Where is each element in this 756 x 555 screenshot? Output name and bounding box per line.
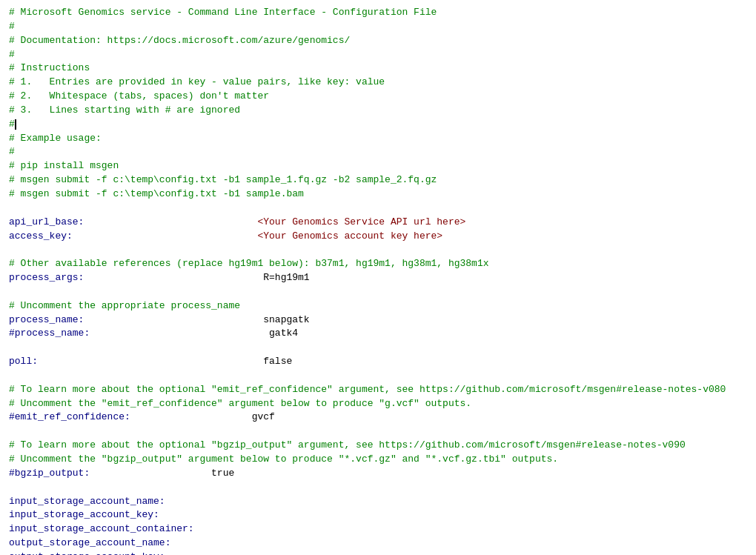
code-line: # Other available references (replace hg… — [9, 257, 747, 271]
code-line — [9, 341, 747, 355]
code-line: # Uncomment the "emit_ref_confidence" ar… — [9, 397, 747, 411]
config-key: input_storage_account_name: — [9, 496, 165, 507]
code-line: # Instructions — [9, 62, 747, 76]
text-cursor — [15, 119, 16, 130]
config-key: output_storage_account_key: — [9, 551, 165, 555]
code-line: #emit_ref_confidence: gvcf — [9, 411, 747, 425]
code-line: access_key: <Your Genomics account key h… — [9, 230, 747, 244]
config-value: <Your Genomics account key here> — [257, 230, 442, 242]
code-line: # msgen submit -f c:\temp\config.txt -b1… — [9, 187, 747, 202]
code-line: input_storage_account_container: — [9, 522, 747, 536]
config-value: gatk4 — [263, 328, 298, 339]
config-value: R=hg19m1 — [263, 272, 309, 283]
config-value: gvcf — [252, 411, 275, 422]
code-line: # To learn more about the optional "emit… — [9, 383, 747, 397]
config-key: poll: — [9, 356, 38, 367]
code-line: # Uncomment the "bgzip_output" argument … — [9, 453, 747, 467]
code-line: # — [9, 118, 747, 132]
code-line: # To learn more about the optional "bgzi… — [9, 439, 747, 453]
code-line — [9, 481, 747, 495]
config-key: input_storage_account_container: — [9, 523, 194, 534]
code-line — [9, 425, 747, 439]
code-line: # msgen submit -f c:\temp\config.txt -b1… — [9, 173, 747, 187]
config-key: #emit_ref_confidence: — [9, 411, 130, 422]
config-key: process_args: — [9, 272, 84, 283]
code-line: input_storage_account_key: — [9, 508, 747, 522]
config-value: true — [211, 468, 234, 479]
code-line: # pip install msgen — [9, 159, 747, 173]
code-line — [9, 243, 747, 257]
code-line — [9, 369, 747, 383]
code-line: input_storage_account_name: — [9, 495, 747, 509]
code-line — [9, 202, 747, 216]
code-line: output_storage_account_key: — [9, 551, 747, 555]
code-line — [9, 285, 747, 299]
code-line: poll: false — [9, 355, 747, 369]
code-line: # — [9, 145, 747, 159]
config-value: <Your Genomics Service API url here> — [257, 216, 465, 227]
config-key: api_url_base: — [9, 216, 84, 227]
code-line: output_storage_account_name: — [9, 536, 747, 551]
code-line: # Example usage: — [9, 132, 747, 146]
code-line: # — [9, 20, 747, 34]
config-key: process_name: — [9, 314, 84, 325]
code-line: process_name: snapgatk — [9, 313, 747, 328]
config-value: snapgatk — [263, 314, 309, 325]
code-line: # 3. Lines starting with # are ignored — [9, 104, 747, 118]
code-editor: # Microsoft Genomics service - Command L… — [0, 0, 756, 555]
code-line: # — [9, 48, 747, 62]
config-value: false — [263, 356, 292, 367]
code-line: # Microsoft Genomics service - Command L… — [9, 6, 747, 20]
config-key: input_storage_account_key: — [9, 509, 159, 520]
config-key: #bgzip_output: — [9, 468, 90, 479]
code-line: api_url_base: <Your Genomics Service API… — [9, 216, 747, 230]
code-line: # Documentation: https://docs.microsoft.… — [9, 34, 747, 48]
code-line: process_args: R=hg19m1 — [9, 271, 747, 285]
code-line: #process_name: gatk4 — [9, 327, 747, 341]
config-key: access_key: — [9, 230, 73, 242]
config-key: #process_name: — [9, 328, 90, 339]
code-line: # Uncomment the appropriate process_name — [9, 299, 747, 313]
code-line: # 1. Entries are provided in key - value… — [9, 76, 747, 90]
code-line: # 2. Whitespace (tabs, spaces) don't mat… — [9, 90, 747, 104]
config-key: output_storage_account_name: — [9, 537, 170, 548]
code-line: #bgzip_output: true — [9, 467, 747, 481]
